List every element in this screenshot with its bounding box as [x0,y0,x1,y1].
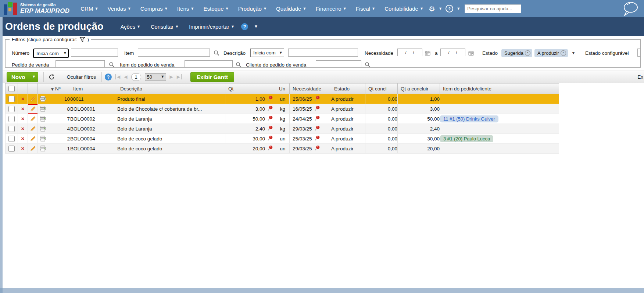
calendar-icon[interactable] [468,49,474,57]
filters-legend[interactable]: Filtros (clique para configurar: ) [10,37,91,42]
topnav-menu-financeiro[interactable]: Financeiro▼ [316,6,346,12]
header-num[interactable]: ▼Nº [48,83,70,94]
delete-icon[interactable]: × [21,96,25,102]
printer-icon[interactable] [39,106,46,112]
estado-chip-sugerida[interactable]: Sugerida× [501,49,532,57]
table-row[interactable]: ×1000011Produto final1,00un25/06/25A pro… [6,94,559,104]
pushpin-icon[interactable] [315,125,320,132]
topnav-menu-contabilidade[interactable]: Contabilidade▼ [384,6,423,12]
chevron-down-icon[interactable]: ▼ [255,25,257,28]
estado-chip-a-produzir[interactable]: A produzir× [534,49,568,57]
edit-pencil-icon[interactable] [30,136,36,142]
header-qt[interactable]: Qt [225,83,276,94]
help-icon[interactable]: ? [241,23,248,30]
numero-input[interactable] [71,49,118,57]
search-icon[interactable] [236,60,242,68]
order-item-client-link[interactable]: 11 #1 (50) Drinks Guiver [440,115,498,122]
topnav-menu-fiscal[interactable]: Fiscal▼ [356,6,375,12]
header-descricao[interactable]: Descrição [117,83,225,94]
topnav-menu-itens[interactable]: Itens▼ [177,6,194,12]
table-row[interactable]: ×2BOLO0004Bolo de coco gelado30,00un25/0… [6,134,559,144]
edit-pencil-icon[interactable] [30,116,36,122]
chevron-down-icon[interactable]: ▼ [439,7,441,10]
header-un[interactable]: Un [276,83,290,94]
row-checkbox[interactable] [8,126,15,132]
remove-chip-icon[interactable]: × [525,50,530,56]
next-page-icon[interactable]: ▶ [170,74,173,79]
edit-pencil-icon[interactable] [30,146,36,152]
pedido-venda-input[interactable] [56,60,105,68]
last-page-icon[interactable]: ▶ [177,74,182,79]
calendar-icon[interactable] [425,49,430,57]
page-menu-a-es[interactable]: Ações▼ [121,24,140,30]
edit-pencil-icon[interactable] [30,106,36,112]
pushpin-icon[interactable] [315,115,320,122]
descricao-operator-select[interactable]: Inicia com ▼ [250,49,284,57]
numero-operator-select[interactable]: Inicia com ▼ [33,49,69,58]
help-icon[interactable]: ? [105,74,112,81]
delete-icon[interactable]: × [21,125,25,132]
cliente-pedido-venda-input[interactable] [316,60,361,68]
row-checkbox[interactable] [8,136,15,142]
gear-icon[interactable]: ⚙ [429,5,435,12]
topnav-menu-compras[interactable]: Compras▼ [140,6,167,12]
table-row[interactable]: ×8BOLO0001Bolo de Chocolate c/ cobertura… [6,104,559,114]
order-item-client-link[interactable]: 3 #1 (20) Paulo Lucca [440,135,493,142]
row-checkbox[interactable] [8,106,15,112]
search-icon[interactable] [214,49,219,57]
printer-icon[interactable] [39,96,46,102]
row-checkbox[interactable] [8,116,15,122]
item-input[interactable] [138,49,210,57]
help-search-input[interactable] [465,4,521,13]
edit-pencil-icon[interactable] [30,126,36,132]
delete-icon[interactable]: × [21,106,25,112]
topnav-menu-vendas[interactable]: Vendas▼ [108,6,130,12]
header-qt-a-concluir[interactable]: Qt a concluir [398,83,440,94]
header-estado[interactable]: Estado [331,83,365,94]
delete-icon[interactable]: × [21,115,25,122]
header-item-pedido-cliente[interactable]: Item do pedido/cliente [440,83,559,94]
edit-pencil-icon[interactable] [30,96,36,102]
estado-configuravel-input[interactable] [637,49,641,57]
item-pedido-venda-input[interactable] [185,60,233,68]
search-icon[interactable] [109,60,115,68]
remove-chip-icon[interactable]: × [561,50,566,56]
page-menu-imprimir-exportar[interactable]: Imprimir/exportar▼ [189,24,234,30]
necessidade-to-input[interactable]: __/__/__ [440,49,465,56]
topnav-menu-qualidade[interactable]: Qualidade▼ [276,6,306,12]
ocultar-filtros-button[interactable]: Ocultar filtros [67,74,96,80]
pushpin-icon[interactable] [268,145,273,152]
row-checkbox[interactable] [8,96,15,102]
printer-icon[interactable] [39,126,46,132]
header-necessidade[interactable]: Necessidade [290,83,331,94]
chevron-down-icon[interactable]: ▼ [457,7,459,10]
delete-icon[interactable]: × [21,145,25,151]
refresh-icon[interactable] [49,74,55,80]
page-menu-consultar[interactable]: Consultar▼ [151,24,178,30]
topnav-menu-crm[interactable]: CRM▼ [80,6,97,12]
printer-icon[interactable] [39,116,46,122]
first-page-icon[interactable]: ◀ [115,74,120,79]
pushpin-icon[interactable] [315,145,320,152]
printer-icon[interactable] [39,146,46,151]
row-checkbox[interactable] [8,146,15,152]
pushpin-icon[interactable] [315,96,320,102]
pushpin-icon[interactable] [268,96,273,102]
help-icon[interactable]: ? [446,5,453,12]
pushpin-icon[interactable] [315,106,320,112]
pushpin-icon[interactable] [268,135,273,142]
chat-bubble-icon[interactable] [622,1,639,18]
exibir-gantt-button[interactable]: Exibir Gantt [190,72,234,82]
search-icon[interactable] [365,60,371,68]
topnav-menu-estoque[interactable]: Estoque▼ [204,6,228,12]
novo-button[interactable]: Novo ▼ [7,72,38,82]
bottom-edge-strip[interactable] [0,288,644,293]
page-size-select[interactable]: 50 ▼ [145,73,166,81]
previous-page-icon[interactable]: ◀ [124,74,127,79]
necessidade-from-input[interactable]: __/__/__ [397,49,422,56]
pushpin-icon[interactable] [268,106,273,112]
header-qt-concl[interactable]: Qt concl [365,83,398,94]
header-item[interactable]: Item [70,83,117,94]
chevron-down-icon[interactable]: ▼ [572,51,575,55]
page-number-input[interactable]: 1 [131,73,141,81]
